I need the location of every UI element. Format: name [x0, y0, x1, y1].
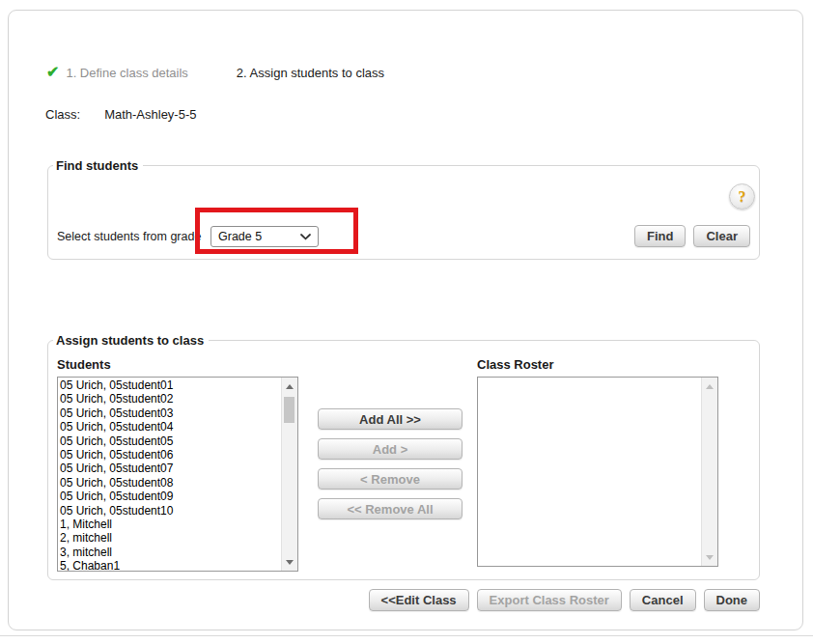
- student-list-item[interactable]: 5, Chaban1: [60, 559, 281, 571]
- scroll-up-button[interactable]: [282, 378, 297, 394]
- class-roster-label: Class Roster: [477, 357, 553, 372]
- class-roster-listbox[interactable]: [477, 377, 718, 567]
- wizard-panel: ✔ 1. Define class details 2. Assign stud…: [8, 10, 803, 630]
- student-list-item[interactable]: 05 Urich, 05student09: [60, 490, 281, 503]
- add-all-button[interactable]: Add All >>: [318, 408, 463, 430]
- find-students-legend: Find students: [53, 158, 143, 173]
- student-list-item[interactable]: 05 Urich, 05student01: [60, 378, 281, 392]
- footer-button-group: <<Edit Class Export Class Roster Cancel …: [369, 589, 760, 611]
- find-clear-button-group: Find Clear: [634, 225, 750, 247]
- chevron-down-icon: [300, 234, 311, 240]
- student-list-item[interactable]: 05 Urich, 05student07: [60, 462, 281, 475]
- check-icon: ✔: [46, 65, 59, 80]
- triangle-up-icon: [286, 384, 294, 389]
- grade-select-label: Select students from grade: [57, 230, 201, 243]
- find-button[interactable]: Find: [634, 225, 686, 247]
- find-students-section: Find students ? Select students from gra…: [47, 165, 760, 260]
- student-list-item[interactable]: 05 Urich, 05student05: [60, 434, 281, 448]
- scroll-up-button[interactable]: [702, 378, 717, 394]
- class-name-value: Math-Ashley-5-5: [104, 107, 196, 122]
- class-roster-list: [478, 378, 701, 566]
- students-scrollbar[interactable]: [281, 378, 297, 571]
- student-list-item[interactable]: 05 Urich, 05student02: [60, 392, 281, 406]
- scroll-down-button[interactable]: [282, 554, 297, 570]
- student-list-item[interactable]: 05 Urich, 05student04: [60, 420, 281, 434]
- remove-all-button[interactable]: << Remove All: [318, 498, 463, 519]
- class-label: Class:: [45, 107, 80, 122]
- export-class-roster-button[interactable]: Export Class Roster: [477, 589, 622, 611]
- question-mark-icon: ?: [739, 188, 746, 206]
- transfer-button-group: Add All >> Add > < Remove << Remove All: [318, 408, 463, 519]
- page-bottom-divider: [0, 635, 813, 636]
- wizard-steps: ✔ 1. Define class details 2. Assign stud…: [46, 65, 384, 80]
- assign-students-section: Assign students to class Students 05 Uri…: [47, 340, 760, 580]
- students-list-label: Students: [57, 357, 111, 372]
- help-icon[interactable]: ?: [729, 183, 755, 210]
- triangle-down-icon: [706, 555, 714, 560]
- triangle-up-icon: [706, 384, 714, 389]
- cancel-button[interactable]: Cancel: [630, 589, 696, 611]
- roster-scrollbar[interactable]: [701, 378, 717, 566]
- student-list-item[interactable]: 05 Urich, 05student06: [60, 448, 281, 462]
- clear-button[interactable]: Clear: [693, 225, 750, 247]
- grade-select-value: Grade 5: [218, 230, 262, 243]
- students-list: 05 Urich, 05student0105 Urich, 05student…: [58, 378, 281, 571]
- step-define-class-details: 1. Define class details: [66, 66, 187, 80]
- student-list-item[interactable]: 05 Urich, 05student03: [60, 406, 281, 420]
- step-assign-students-to-class: 2. Assign students to class: [237, 66, 384, 80]
- student-list-item[interactable]: 2, mitchell: [60, 531, 281, 545]
- student-list-item[interactable]: 05 Urich, 05student10: [60, 504, 281, 518]
- student-list-item[interactable]: 05 Urich, 05student08: [60, 476, 281, 490]
- scroll-down-button[interactable]: [702, 549, 717, 565]
- students-listbox[interactable]: 05 Urich, 05student0105 Urich, 05student…: [57, 377, 298, 572]
- page: ✔ 1. Define class details 2. Assign stud…: [0, 0, 813, 644]
- assign-students-legend: Assign students to class: [53, 333, 209, 348]
- class-info-row: Class: Math-Ashley-5-5: [45, 107, 197, 122]
- student-list-item[interactable]: 1, Mitchell: [60, 518, 281, 531]
- edit-class-button[interactable]: <<Edit Class: [369, 589, 469, 611]
- add-button[interactable]: Add >: [318, 438, 463, 460]
- remove-button[interactable]: < Remove: [318, 468, 463, 490]
- student-list-item[interactable]: 3, mitchell: [60, 546, 281, 559]
- triangle-down-icon: [286, 560, 294, 565]
- grade-select[interactable]: Grade 5: [210, 226, 319, 247]
- done-button[interactable]: Done: [704, 589, 761, 611]
- scrollbar-thumb[interactable]: [284, 397, 294, 423]
